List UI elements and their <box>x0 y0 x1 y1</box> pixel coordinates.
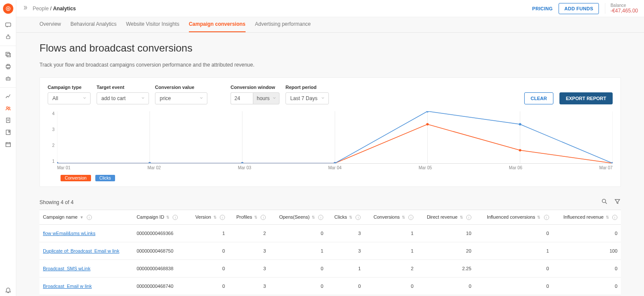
nav-docs-icon[interactable] <box>0 114 16 126</box>
info-icon[interactable]: i <box>612 215 617 220</box>
col-influenced-revenue[interactable]: Influenced revenue ⇅ i <box>553 210 621 225</box>
nav-calendar-icon[interactable] <box>0 138 16 150</box>
svg-point-13 <box>9 107 10 108</box>
campaign-link[interactable]: Duplicate of: Broadcast_Email w link <box>43 248 119 253</box>
brand-logo[interactable] <box>3 3 13 14</box>
target-event-select[interactable]: add to cart <box>97 92 149 104</box>
campaign-name-cell: Broadcast_SMS wLink <box>39 260 133 278</box>
svg-rect-16 <box>6 143 10 146</box>
page-title: Flows and broadcast conversions <box>39 42 621 54</box>
col-opens-seens-[interactable]: Opens(Seens) ⇅ i <box>269 210 327 225</box>
svg-rect-2 <box>6 23 11 26</box>
col-direct-revenue[interactable]: Direct revenue ⇅ i <box>417 210 475 225</box>
info-icon[interactable]: i <box>466 215 471 220</box>
svg-point-36 <box>519 123 521 125</box>
filter-label: Target event <box>97 85 149 90</box>
balance-display: Balance -€47,465.00 <box>605 3 638 14</box>
nav-bot-icon[interactable] <box>0 73 16 85</box>
expand-sidebar-icon[interactable] <box>22 5 28 12</box>
svg-point-37 <box>611 162 613 163</box>
campaign-link[interactable]: flow wEmail&sms wLinks <box>43 231 95 236</box>
sidebar <box>0 0 16 296</box>
svg-point-31 <box>57 162 58 163</box>
tab-website-visitor-insights[interactable]: Website Visitor Insights <box>126 21 179 32</box>
balance-value: -€47,465.00 <box>611 8 638 14</box>
info-icon[interactable]: i <box>220 215 225 220</box>
breadcrumb: People / Analytics <box>33 6 76 12</box>
filter-label: Conversion value <box>155 85 207 90</box>
showing-count: Showing 4 of 4 <box>39 199 73 205</box>
filter-label: Conversion window <box>231 85 279 90</box>
info-icon[interactable]: i <box>173 215 178 220</box>
campaign-name-cell: Broadcast_Email w link <box>39 278 133 295</box>
filter-label: Report period <box>286 85 329 90</box>
col-version[interactable]: Version ⇅ i <box>187 210 228 225</box>
campaign-name-cell: Duplicate of: Broadcast_Email w link <box>39 242 133 260</box>
svg-point-32 <box>149 162 151 163</box>
table-row: Duplicate of: Broadcast_Email w link0000… <box>39 242 621 260</box>
pricing-link[interactable]: PRICING <box>532 6 553 11</box>
info-icon[interactable]: i <box>355 215 361 220</box>
conversion-value-select[interactable]: price <box>155 92 207 104</box>
add-funds-button[interactable]: ADD FUNDS <box>559 3 598 14</box>
chevron-down-icon <box>141 95 145 101</box>
breadcrumb-current: Analytics <box>53 6 76 12</box>
chart-panel: Campaign type All Target event add to ca… <box>39 77 621 187</box>
svg-point-38 <box>602 199 606 203</box>
search-icon[interactable] <box>601 198 608 206</box>
col-clicks[interactable]: Clicks ⇅ i <box>327 210 364 225</box>
conversion-window-input[interactable] <box>231 92 253 104</box>
export-report-button[interactable]: EXPORT REPORT <box>559 92 613 104</box>
page-subtitle: Track your flow and broadcast campaigns … <box>39 62 621 68</box>
conversion-window-unit-select[interactable]: hours <box>253 92 279 104</box>
filter-label: Campaign type <box>48 85 91 90</box>
breadcrumb-parent[interactable]: People <box>33 6 49 12</box>
table-row: Broadcast_SMS wLink00000000468838030122.… <box>39 260 621 278</box>
svg-point-33 <box>241 162 243 163</box>
col-conversions[interactable]: Conversions ⇅ i <box>364 210 417 225</box>
nav-notifications-icon[interactable] <box>0 284 16 296</box>
svg-point-29 <box>519 149 521 151</box>
nav-people-icon[interactable] <box>0 102 16 114</box>
table-row: flow wEmail&sms wLinks000000004693661203… <box>39 225 621 242</box>
col-influenced-conversions[interactable]: Influenced conversions ⇅ i <box>475 210 553 225</box>
nav-print-icon[interactable] <box>0 61 16 73</box>
svg-point-35 <box>426 111 429 113</box>
conversions-chart: 4321 Mar 01Mar 02Mar 03Mar 04Mar 05Mar 0… <box>48 111 613 171</box>
svg-point-10 <box>7 79 7 79</box>
svg-point-1 <box>7 8 9 9</box>
svg-point-12 <box>6 107 8 108</box>
col-profiles[interactable]: Profiles ⇅ i <box>228 210 269 225</box>
campaign-link[interactable]: Broadcast_Email w link <box>43 284 92 289</box>
topbar: People / Analytics PRICING ADD FUNDS Bal… <box>16 0 644 17</box>
tab-overview[interactable]: Overview <box>39 21 61 32</box>
report-period-select[interactable]: Last 7 Days <box>286 92 329 104</box>
tab-behavioral-analytics[interactable]: Behavioral Analytics <box>70 21 116 32</box>
nav-messaging-icon[interactable] <box>0 19 16 31</box>
info-icon[interactable]: i <box>261 215 266 220</box>
legend-clicks[interactable]: Clicks <box>95 175 115 181</box>
col-campaign-id[interactable]: Campaign ID ⇅ i <box>133 210 187 225</box>
campaign-link[interactable]: Broadcast_SMS wLink <box>43 266 91 271</box>
tab-advertising-performance[interactable]: Advertising performance <box>255 21 311 32</box>
tab-campaign-conversions[interactable]: Campaign conversions <box>189 21 246 32</box>
nav-bookmark-icon[interactable] <box>0 126 16 138</box>
col-campaign-name[interactable]: Campaign name ▼ i <box>39 210 133 225</box>
info-icon[interactable]: i <box>87 215 92 220</box>
campaigns-table: Campaign name ▼ iCampaign ID ⇅ iVersion … <box>39 210 621 295</box>
balance-label: Balance <box>611 3 638 8</box>
chevron-down-icon <box>321 95 325 101</box>
svg-point-11 <box>9 79 9 79</box>
filter-icon[interactable] <box>614 198 621 206</box>
clear-button[interactable]: CLEAR <box>524 92 553 104</box>
chevron-down-icon <box>199 95 204 101</box>
info-icon[interactable]: i <box>318 215 323 220</box>
nav-automation-icon[interactable] <box>0 31 16 43</box>
svg-rect-3 <box>6 36 10 39</box>
nav-layers-icon[interactable] <box>0 49 16 61</box>
legend-conversion[interactable]: Conversion <box>61 175 91 181</box>
info-icon[interactable]: i <box>408 215 413 220</box>
campaign-type-select[interactable]: All <box>48 92 91 104</box>
info-icon[interactable]: i <box>544 215 549 220</box>
nav-trends-icon[interactable] <box>0 90 16 102</box>
